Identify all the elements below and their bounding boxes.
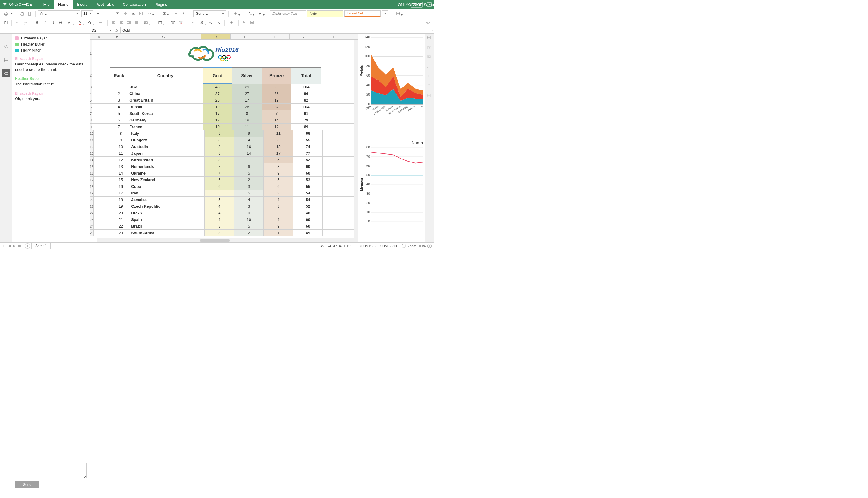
cell[interactable]: 49: [293, 230, 323, 236]
cell[interactable]: [323, 210, 353, 217]
cell[interactable]: 8: [264, 163, 293, 170]
cell[interactable]: 15: [112, 176, 130, 183]
cell[interactable]: [94, 223, 112, 230]
cell[interactable]: 22: [112, 223, 130, 230]
zoom-out-icon[interactable]: −: [402, 244, 406, 248]
cell[interactable]: Bronze: [262, 67, 292, 84]
cell[interactable]: 53: [293, 176, 323, 183]
cell[interactable]: 23: [112, 230, 130, 236]
row-header[interactable]: 3: [90, 84, 92, 90]
cell[interactable]: South Korea: [128, 110, 203, 117]
clear-filter-icon[interactable]: [177, 19, 184, 26]
cell[interactable]: 2: [234, 230, 264, 236]
cell[interactable]: [323, 203, 353, 210]
cell[interactable]: 2: [110, 90, 128, 97]
cell[interactable]: 12: [264, 144, 293, 150]
cell[interactable]: Cuba: [130, 183, 205, 190]
align-left-icon[interactable]: [110, 19, 117, 26]
cell[interactable]: 7: [205, 170, 234, 176]
cell[interactable]: 26: [203, 97, 232, 104]
cell[interactable]: [321, 117, 351, 123]
cell[interactable]: [321, 110, 351, 117]
subscript-dropdown[interactable]: A2: [65, 19, 74, 26]
cell[interactable]: 1: [110, 84, 128, 90]
cell[interactable]: 9: [112, 137, 130, 144]
sort-desc-icon[interactable]: ZA: [182, 10, 188, 17]
col-header-I[interactable]: I: [349, 34, 358, 39]
area-chart[interactable]: 020406080100120140USAChinaGreat BritainR…: [358, 34, 425, 139]
font-name-select[interactable]: Arial: [38, 10, 80, 17]
cell[interactable]: 7: [205, 163, 234, 170]
cell[interactable]: 60: [293, 163, 323, 170]
cell[interactable]: 79: [292, 117, 321, 123]
cell[interactable]: [92, 40, 110, 67]
cell[interactable]: Spain: [130, 217, 205, 223]
align-bottom-icon[interactable]: [130, 10, 136, 17]
cell[interactable]: [92, 110, 110, 117]
cell[interactable]: [323, 176, 353, 183]
merge-dropdown[interactable]: [141, 19, 150, 26]
cell[interactable]: 12: [203, 117, 232, 123]
cell[interactable]: [94, 157, 112, 163]
cell[interactable]: [323, 217, 353, 223]
sort-asc-icon[interactable]: AZ: [174, 10, 181, 17]
wrap-text-icon[interactable]: [138, 10, 144, 17]
cell[interactable]: [321, 123, 351, 130]
cell[interactable]: 6: [205, 176, 234, 183]
table-settings-icon[interactable]: [427, 93, 433, 100]
cell[interactable]: [94, 190, 112, 197]
row-header[interactable]: 9: [90, 123, 92, 130]
sheet-tab[interactable]: Sheet1: [31, 243, 51, 249]
row-header[interactable]: 2: [90, 67, 92, 84]
cell[interactable]: 69: [292, 123, 321, 130]
cell[interactable]: 8: [232, 110, 262, 117]
cell[interactable]: [94, 163, 112, 170]
cell[interactable]: 11: [112, 150, 130, 157]
cell[interactable]: 12: [112, 157, 130, 163]
cell[interactable]: 11: [264, 130, 293, 137]
cell[interactable]: 23: [262, 90, 292, 97]
line-chart[interactable]: Numb01020304050607080Медали: [358, 139, 425, 243]
increase-font-icon[interactable]: [95, 10, 101, 17]
cell[interactable]: 60: [293, 170, 323, 176]
cell[interactable]: 3: [205, 223, 234, 230]
cell[interactable]: 4: [264, 217, 293, 223]
col-header-B[interactable]: B: [108, 34, 126, 39]
paragraph-settings-icon[interactable]: [427, 84, 433, 90]
cell[interactable]: [92, 104, 110, 110]
cell[interactable]: 8: [112, 130, 130, 137]
cell[interactable]: 14: [112, 170, 130, 176]
row-header[interactable]: 11: [90, 137, 94, 144]
cell[interactable]: [94, 130, 112, 137]
cell[interactable]: 5: [234, 190, 264, 197]
cell[interactable]: 8: [205, 137, 234, 144]
cell[interactable]: China: [128, 90, 203, 97]
cell[interactable]: [94, 183, 112, 190]
cell[interactable]: [94, 137, 112, 144]
row-header[interactable]: 16: [90, 170, 94, 176]
cell[interactable]: 77: [293, 150, 323, 157]
cell[interactable]: [323, 137, 353, 144]
undo-icon[interactable]: [14, 19, 21, 26]
cell[interactable]: [92, 84, 110, 90]
sheet-next-icon[interactable]: ▶: [13, 244, 15, 248]
cell[interactable]: [92, 97, 110, 104]
sheet-prev-icon[interactable]: ◀: [8, 244, 11, 248]
cell[interactable]: 29: [262, 84, 292, 90]
cell[interactable]: 2: [234, 176, 264, 183]
cell[interactable]: 74: [293, 144, 323, 150]
cell[interactable]: Czech Republic: [130, 203, 205, 210]
cell[interactable]: 5: [205, 197, 234, 203]
cell[interactable]: Gold: [203, 67, 232, 84]
cell[interactable]: 32: [262, 104, 292, 110]
cell[interactable]: [321, 104, 351, 110]
cell[interactable]: 3: [234, 183, 264, 190]
cell[interactable]: 4: [234, 197, 264, 203]
row-header[interactable]: 1: [90, 40, 92, 67]
align-top-icon[interactable]: [114, 10, 121, 17]
underline-icon[interactable]: U: [50, 19, 56, 26]
col-header-E[interactable]: E: [230, 34, 260, 39]
cell[interactable]: Kazakhstan: [130, 157, 205, 163]
insert-cells-dropdown[interactable]: [231, 10, 240, 17]
align-middle-icon[interactable]: [122, 10, 129, 17]
